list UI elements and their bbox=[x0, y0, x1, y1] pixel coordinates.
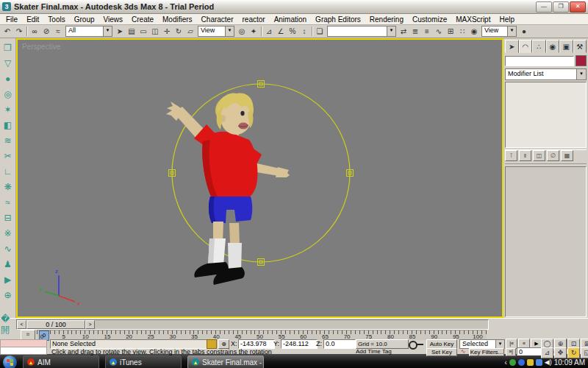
snaps-toggle-icon[interactable]: ⊿ bbox=[263, 26, 275, 37]
display-tray-icon[interactable] bbox=[536, 359, 542, 366]
object-color-swatch[interactable] bbox=[576, 55, 587, 66]
material-editor-icon[interactable]: ∷ bbox=[456, 26, 468, 37]
default-tangent-icon[interactable]: ∿ bbox=[459, 348, 467, 355]
render-scene-icon[interactable]: ◉ bbox=[468, 26, 480, 37]
select-object-icon[interactable]: ➤ bbox=[114, 26, 126, 37]
go-to-start-button[interactable]: |« bbox=[506, 339, 517, 349]
viewport-label[interactable]: Perspective bbox=[22, 43, 61, 51]
deforming-mesh-collection-icon[interactable]: ✶ bbox=[1, 102, 15, 117]
render-type-dropdown[interactable]: View▼ bbox=[481, 26, 517, 37]
mirror-icon[interactable]: ⇄ bbox=[398, 26, 409, 37]
curve-editor-icon[interactable]: ∿ bbox=[433, 26, 445, 37]
menu-item-customize[interactable]: Customize bbox=[408, 15, 451, 24]
tab-modify[interactable]: ◠ bbox=[519, 40, 533, 53]
restore-button[interactable]: ❐ bbox=[553, 1, 569, 13]
ragdoll-icon[interactable]: ♟ bbox=[1, 256, 15, 272]
security-shield-icon[interactable] bbox=[509, 359, 516, 366]
menu-item-file[interactable]: File bbox=[1, 15, 22, 24]
schematic-view-icon[interactable]: ⊞ bbox=[445, 26, 456, 37]
percent-snap-icon[interactable]: % bbox=[287, 26, 298, 37]
taskbar-item-itunes[interactable]: ▲iTunes bbox=[105, 355, 182, 368]
select-and-link-icon[interactable]: ∞ bbox=[29, 26, 40, 37]
messenger-icon[interactable] bbox=[518, 359, 525, 366]
angle-snap-icon[interactable]: ∠ bbox=[275, 26, 287, 37]
menu-item-tools[interactable]: Tools bbox=[43, 15, 69, 24]
spinner-snap-icon[interactable]: ↕ bbox=[298, 26, 310, 37]
tab-display[interactable]: ▣ bbox=[559, 40, 573, 53]
hinge-icon[interactable]: ∟ bbox=[1, 163, 15, 179]
menu-item-animation[interactable]: Animation bbox=[270, 15, 311, 24]
arc-rotate-icon[interactable]: ↻ bbox=[567, 347, 580, 358]
object-name-field[interactable] bbox=[505, 56, 574, 66]
menu-item-edit[interactable]: Edit bbox=[22, 15, 43, 24]
soft-body-collection-icon[interactable]: ● bbox=[1, 71, 15, 86]
window-crossing-icon[interactable]: ◫ bbox=[149, 26, 161, 37]
modifier-list-dropdown[interactable]: Modifier List ▼ bbox=[505, 68, 587, 80]
chevron-down-icon[interactable]: ▼ bbox=[387, 26, 395, 36]
network-icon[interactable] bbox=[527, 359, 534, 366]
menu-item-graph-editors[interactable]: Graph Editors bbox=[311, 15, 365, 24]
select-by-name-icon[interactable]: ▤ bbox=[126, 26, 137, 37]
rope-collection-icon[interactable]: ◎ bbox=[1, 86, 15, 102]
set-key-button[interactable]: Set Key bbox=[426, 348, 457, 356]
time-slider-prev-button[interactable]: < bbox=[17, 320, 26, 329]
close-button[interactable]: ✕ bbox=[570, 1, 586, 13]
chevron-down-icon[interactable]: ▼ bbox=[576, 69, 586, 79]
selection-filter-dropdown[interactable]: All▼ bbox=[65, 26, 112, 37]
modifier-stack-list[interactable] bbox=[505, 82, 587, 148]
select-and-rotate-icon[interactable]: ↻ bbox=[173, 26, 184, 37]
make-unique-button[interactable]: ◫ bbox=[533, 150, 545, 161]
bind-to-space-warp-icon[interactable]: ≈ bbox=[52, 26, 64, 37]
edit-named-selection-sets-icon[interactable]: ❏ bbox=[314, 26, 326, 37]
redo-icon[interactable]: ↷ bbox=[13, 26, 25, 37]
tab-motion[interactable]: ◉ bbox=[546, 40, 560, 53]
unlink-selection-icon[interactable]: ⊘ bbox=[40, 26, 52, 37]
pin-stack-button[interactable]: ⊺ bbox=[505, 150, 517, 161]
menu-item-character[interactable]: Character bbox=[197, 15, 238, 24]
set-keys-key-icon[interactable] bbox=[409, 341, 417, 350]
start-button[interactable] bbox=[3, 355, 17, 368]
remove-modifier-button[interactable]: ∅ bbox=[547, 150, 559, 161]
field-of-view-icon[interactable]: ⊿ bbox=[541, 347, 553, 358]
maxscript-listener-script[interactable] bbox=[0, 347, 47, 355]
select-and-manipulate-icon[interactable]: ✦ bbox=[248, 26, 259, 37]
chevron-down-icon[interactable]: ▼ bbox=[495, 340, 504, 348]
key-filters-button[interactable]: Key Filters... bbox=[469, 348, 504, 356]
cloth-collection-icon[interactable]: ▽ bbox=[1, 55, 15, 71]
chevron-down-icon[interactable]: ▼ bbox=[225, 26, 234, 36]
preview-animation-icon[interactable]: ▶ bbox=[1, 272, 15, 287]
knife-icon[interactable]: ✂ bbox=[1, 148, 15, 163]
tab-create[interactable]: ➤ bbox=[505, 40, 519, 53]
show-end-result-button[interactable]: ‖ bbox=[519, 150, 531, 161]
wind-icon[interactable]: ≈ bbox=[1, 194, 15, 210]
current-frame-field[interactable]: 0 bbox=[517, 347, 543, 355]
reference-coordinate-dropdown[interactable]: View▼ bbox=[198, 26, 234, 37]
key-step-toggle[interactable]: »| bbox=[506, 348, 516, 356]
track-bar[interactable]: 0 05101520253035404550556065707580859095… bbox=[37, 330, 487, 340]
tray-collapse-icon[interactable]: ‹ bbox=[504, 358, 506, 367]
tab-hierarchy[interactable]: ∴ bbox=[532, 40, 546, 53]
menu-item-create[interactable]: Create bbox=[127, 15, 158, 24]
water-icon[interactable]: ∿ bbox=[1, 241, 15, 256]
toy-car-icon[interactable]: ⊟ bbox=[1, 210, 15, 225]
perspective-viewport[interactable]: Perspective bbox=[16, 38, 503, 318]
time-slider-next-button[interactable]: > bbox=[85, 320, 95, 329]
quick-render-icon[interactable]: ● bbox=[518, 26, 530, 37]
taskbar-item-skater[interactable]: ▲Skater Final.max - A... bbox=[187, 355, 264, 368]
motor-icon[interactable]: ❋ bbox=[1, 179, 15, 194]
plane-icon[interactable]: ◧ bbox=[1, 117, 15, 132]
open-mini-curve-editor-button[interactable]: ⌗ bbox=[21, 330, 35, 340]
use-pivot-point-center-icon[interactable]: ◎ bbox=[236, 26, 248, 37]
menu-item-maxscript[interactable]: MAXScript bbox=[451, 15, 495, 24]
min-max-toggle-icon[interactable]: ◱ bbox=[581, 347, 588, 358]
analyze-world-icon[interactable]: ⊕ bbox=[1, 287, 15, 302]
spring-icon[interactable]: ≋ bbox=[1, 132, 15, 148]
menu-item-views[interactable]: Views bbox=[99, 15, 128, 24]
rectangular-selection-region-icon[interactable]: ▭ bbox=[137, 26, 149, 37]
pan-view-icon[interactable]: ✥ bbox=[554, 347, 567, 358]
minimize-button[interactable]: — bbox=[536, 1, 552, 13]
menu-item-group[interactable]: Group bbox=[70, 15, 99, 24]
fracture-icon[interactable]: ※ bbox=[1, 225, 15, 241]
volume-icon[interactable]: ◀) bbox=[545, 358, 552, 366]
chevron-down-icon[interactable]: ▼ bbox=[103, 26, 112, 36]
